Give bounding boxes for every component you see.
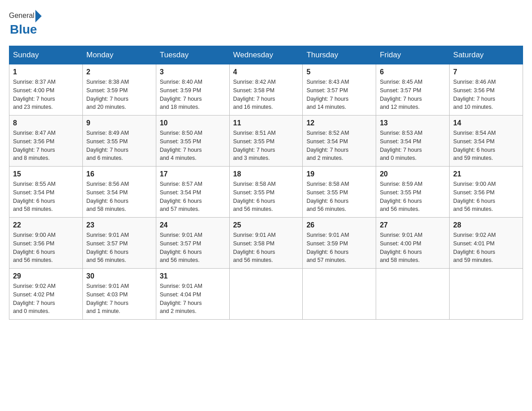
calendar-cell: 30Sunrise: 9:01 AMSunset: 4:03 PMDayligh… — [82, 269, 156, 320]
calendar-cell: 15Sunrise: 8:55 AMSunset: 3:54 PMDayligh… — [9, 167, 83, 218]
calendar-cell: 8Sunrise: 8:47 AMSunset: 3:56 PMDaylight… — [9, 116, 83, 167]
calendar-cell: 11Sunrise: 8:51 AMSunset: 3:55 PMDayligh… — [229, 116, 303, 167]
day-info: Sunrise: 9:00 AMSunset: 3:56 PMDaylight:… — [453, 180, 519, 214]
day-number: 6 — [380, 68, 446, 76]
day-info: Sunrise: 8:49 AMSunset: 3:55 PMDaylight:… — [86, 129, 152, 163]
day-info: Sunrise: 8:52 AMSunset: 3:54 PMDaylight:… — [306, 129, 372, 163]
day-number: 10 — [160, 119, 226, 127]
weekday-header-friday: Friday — [376, 46, 450, 64]
day-number: 1 — [13, 68, 79, 76]
day-number: 9 — [86, 119, 152, 127]
calendar-cell: 2Sunrise: 8:38 AMSunset: 3:59 PMDaylight… — [82, 64, 156, 116]
weekday-header-row: SundayMondayTuesdayWednesdayThursdayFrid… — [9, 46, 523, 64]
day-number: 18 — [233, 170, 299, 178]
logo-general-text: General — [9, 12, 34, 20]
calendar-cell: 19Sunrise: 8:58 AMSunset: 3:55 PMDayligh… — [303, 167, 376, 218]
day-number: 13 — [380, 119, 446, 127]
calendar-cell — [450, 269, 523, 320]
day-info: Sunrise: 9:01 AMSunset: 4:03 PMDaylight:… — [86, 282, 152, 316]
day-number: 31 — [160, 272, 226, 280]
calendar-week-row: 8Sunrise: 8:47 AMSunset: 3:56 PMDaylight… — [9, 116, 523, 167]
day-number: 26 — [306, 221, 372, 229]
calendar-cell: 9Sunrise: 8:49 AMSunset: 3:55 PMDaylight… — [82, 116, 156, 167]
calendar-cell — [376, 269, 450, 320]
calendar-cell: 21Sunrise: 9:00 AMSunset: 3:56 PMDayligh… — [450, 167, 523, 218]
day-number: 11 — [233, 119, 299, 127]
calendar-cell — [229, 269, 303, 320]
calendar-cell: 1Sunrise: 8:37 AMSunset: 4:00 PMDaylight… — [9, 64, 83, 116]
day-number: 2 — [86, 68, 152, 76]
calendar-week-row: 22Sunrise: 9:00 AMSunset: 3:56 PMDayligh… — [9, 218, 523, 269]
day-info: Sunrise: 9:01 AMSunset: 3:57 PMDaylight:… — [86, 231, 152, 265]
day-number: 21 — [453, 170, 519, 178]
calendar-table: SundayMondayTuesdayWednesdayThursdayFrid… — [9, 46, 523, 320]
calendar-cell: 13Sunrise: 8:53 AMSunset: 3:54 PMDayligh… — [376, 116, 450, 167]
day-info: Sunrise: 8:43 AMSunset: 3:57 PMDaylight:… — [306, 78, 372, 111]
day-number: 3 — [160, 68, 226, 76]
weekday-header-thursday: Thursday — [303, 46, 376, 64]
day-number: 16 — [86, 170, 152, 178]
calendar-cell: 6Sunrise: 8:45 AMSunset: 3:57 PMDaylight… — [376, 64, 450, 116]
day-number: 30 — [86, 272, 152, 280]
calendar-cell: 29Sunrise: 9:02 AMSunset: 4:02 PMDayligh… — [9, 269, 83, 320]
day-info: Sunrise: 9:01 AMSunset: 4:04 PMDaylight:… — [160, 282, 226, 316]
day-number: 15 — [13, 170, 79, 178]
weekday-header-saturday: Saturday — [450, 46, 523, 64]
day-info: Sunrise: 8:51 AMSunset: 3:55 PMDaylight:… — [233, 129, 299, 163]
day-number: 23 — [86, 221, 152, 229]
day-info: Sunrise: 9:02 AMSunset: 4:01 PMDaylight:… — [453, 231, 519, 265]
calendar-cell: 31Sunrise: 9:01 AMSunset: 4:04 PMDayligh… — [156, 269, 229, 320]
day-info: Sunrise: 8:42 AMSunset: 3:58 PMDaylight:… — [233, 78, 299, 111]
calendar-cell: 5Sunrise: 8:43 AMSunset: 3:57 PMDaylight… — [303, 64, 376, 116]
day-number: 28 — [453, 221, 519, 229]
page-header: General Blue — [9, 9, 523, 37]
calendar-week-row: 15Sunrise: 8:55 AMSunset: 3:54 PMDayligh… — [9, 167, 523, 218]
day-info: Sunrise: 8:38 AMSunset: 3:59 PMDaylight:… — [86, 78, 152, 111]
day-number: 25 — [233, 221, 299, 229]
day-info: Sunrise: 8:57 AMSunset: 3:54 PMDaylight:… — [160, 180, 226, 214]
calendar-cell: 14Sunrise: 8:54 AMSunset: 3:54 PMDayligh… — [450, 116, 523, 167]
day-info: Sunrise: 9:01 AMSunset: 3:57 PMDaylight:… — [160, 231, 226, 265]
day-info: Sunrise: 9:00 AMSunset: 3:56 PMDaylight:… — [13, 231, 79, 265]
day-info: Sunrise: 8:37 AMSunset: 4:00 PMDaylight:… — [13, 78, 79, 111]
day-number: 12 — [306, 119, 372, 127]
day-info: Sunrise: 8:58 AMSunset: 3:55 PMDaylight:… — [306, 180, 372, 214]
calendar-cell: 4Sunrise: 8:42 AMSunset: 3:58 PMDaylight… — [229, 64, 303, 116]
logo: General Blue — [9, 9, 42, 37]
day-number: 24 — [160, 221, 226, 229]
calendar-cell: 26Sunrise: 9:01 AMSunset: 3:59 PMDayligh… — [303, 218, 376, 269]
weekday-header-sunday: Sunday — [9, 46, 83, 64]
calendar-cell: 3Sunrise: 8:40 AMSunset: 3:59 PMDaylight… — [156, 64, 229, 116]
day-info: Sunrise: 8:40 AMSunset: 3:59 PMDaylight:… — [160, 78, 226, 111]
day-number: 27 — [380, 221, 446, 229]
day-info: Sunrise: 8:58 AMSunset: 3:55 PMDaylight:… — [233, 180, 299, 214]
calendar-cell: 18Sunrise: 8:58 AMSunset: 3:55 PMDayligh… — [229, 167, 303, 218]
day-number: 8 — [13, 119, 79, 127]
day-info: Sunrise: 8:59 AMSunset: 3:55 PMDaylight:… — [380, 180, 446, 214]
day-info: Sunrise: 9:01 AMSunset: 4:00 PMDaylight:… — [380, 231, 446, 265]
day-number: 17 — [160, 170, 226, 178]
calendar-cell: 7Sunrise: 8:46 AMSunset: 3:56 PMDaylight… — [450, 64, 523, 116]
day-info: Sunrise: 8:56 AMSunset: 3:54 PMDaylight:… — [86, 180, 152, 214]
day-number: 19 — [306, 170, 372, 178]
calendar-cell: 12Sunrise: 8:52 AMSunset: 3:54 PMDayligh… — [303, 116, 376, 167]
calendar-week-row: 1Sunrise: 8:37 AMSunset: 4:00 PMDaylight… — [9, 64, 523, 116]
day-info: Sunrise: 8:54 AMSunset: 3:54 PMDaylight:… — [453, 129, 519, 163]
calendar-cell: 23Sunrise: 9:01 AMSunset: 3:57 PMDayligh… — [82, 218, 156, 269]
weekday-header-tuesday: Tuesday — [156, 46, 229, 64]
calendar-cell: 20Sunrise: 8:59 AMSunset: 3:55 PMDayligh… — [376, 167, 450, 218]
day-number: 5 — [306, 68, 372, 76]
day-info: Sunrise: 8:46 AMSunset: 3:56 PMDaylight:… — [453, 78, 519, 111]
calendar-cell: 24Sunrise: 9:01 AMSunset: 3:57 PMDayligh… — [156, 218, 229, 269]
day-info: Sunrise: 9:01 AMSunset: 3:58 PMDaylight:… — [233, 231, 299, 265]
calendar-cell: 16Sunrise: 8:56 AMSunset: 3:54 PMDayligh… — [82, 167, 156, 218]
day-info: Sunrise: 8:55 AMSunset: 3:54 PMDaylight:… — [13, 180, 79, 214]
day-number: 22 — [13, 221, 79, 229]
calendar-cell: 25Sunrise: 9:01 AMSunset: 3:58 PMDayligh… — [229, 218, 303, 269]
calendar-cell: 22Sunrise: 9:00 AMSunset: 3:56 PMDayligh… — [9, 218, 83, 269]
calendar-week-row: 29Sunrise: 9:02 AMSunset: 4:02 PMDayligh… — [9, 269, 523, 320]
day-number: 20 — [380, 170, 446, 178]
calendar-cell — [303, 269, 376, 320]
day-number: 29 — [13, 272, 79, 280]
day-number: 7 — [453, 68, 519, 76]
